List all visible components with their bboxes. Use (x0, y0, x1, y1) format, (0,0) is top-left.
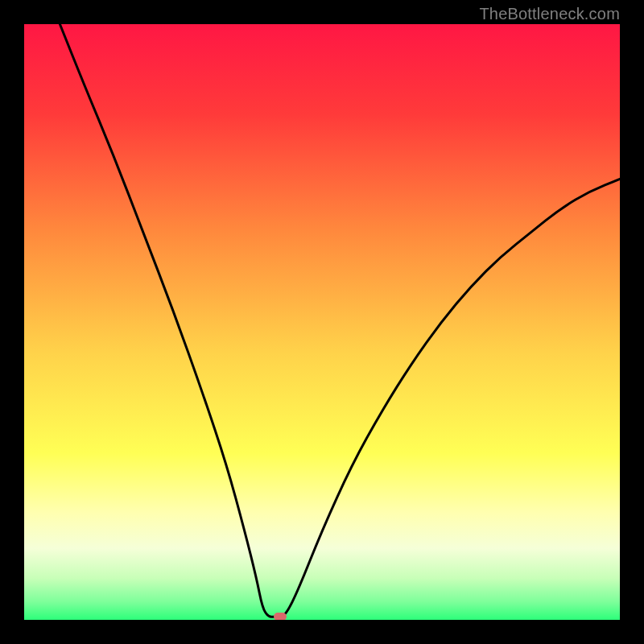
optimal-point-marker (274, 613, 287, 620)
chart-frame: TheBottleneck.com (0, 0, 644, 644)
bottleneck-curve (24, 24, 620, 620)
plot-area (24, 24, 620, 620)
watermark-text: TheBottleneck.com (479, 5, 620, 23)
